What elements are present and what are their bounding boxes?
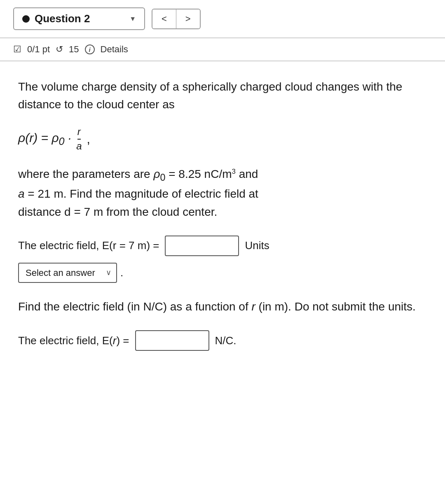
select-wrapper: Select an answer N/C V/m kN/C MN/C xyxy=(18,263,117,283)
formula-block: ρ(r) = ρ0 · r a , xyxy=(18,126,427,152)
params-line3: distance d = 7 m from the cloud center. xyxy=(18,205,217,218)
select-answer-dropdown[interactable]: Select an answer N/C V/m kN/C MN/C xyxy=(18,263,117,283)
formula-rho-r: ρ(r) = ρ0 · xyxy=(18,129,71,149)
score-icon: ☑ xyxy=(13,44,21,55)
header-bar: Question 2 ▼ < > xyxy=(0,0,445,38)
fraction-numerator: r xyxy=(77,126,81,140)
problem-intro-text: The volume charge density of a spherical… xyxy=(18,78,427,114)
formula-comma: , xyxy=(87,131,90,148)
field-answer-input-1[interactable] xyxy=(165,236,239,256)
field-label-1: The electric field, E(r = 7 m) = xyxy=(18,239,159,252)
question-label-box: Question 2 ▼ xyxy=(13,7,145,30)
score-text: 0/1 pt xyxy=(27,44,50,55)
details-link[interactable]: Details xyxy=(101,44,128,55)
question-title: Question 2 xyxy=(35,12,124,25)
select-row: Select an answer N/C V/m kN/C MN/C . xyxy=(18,263,427,283)
nav-next-button[interactable]: > xyxy=(176,9,200,28)
period-1: . xyxy=(120,266,123,279)
field-answer-input-2[interactable] xyxy=(135,330,209,351)
main-content: The volume charge density of a spherical… xyxy=(0,61,445,367)
score-info: ☑ 0/1 pt ↺ 15 i Details xyxy=(13,44,128,55)
params-text: where the parameters are ρ0 = 8.25 nC/m3… xyxy=(18,165,427,221)
page-container: Question 2 ▼ < > ☑ 0/1 pt ↺ 15 i Details… xyxy=(0,0,445,504)
field-label-2: The electric field, E(r) = xyxy=(18,334,129,347)
nav-buttons: < > xyxy=(152,9,201,29)
retries-count: 15 xyxy=(69,44,79,55)
dot-icon xyxy=(22,15,30,23)
dropdown-arrow-icon[interactable]: ▼ xyxy=(129,15,136,23)
nav-prev-button[interactable]: < xyxy=(152,9,176,28)
formula-inline: ρ(r) = ρ0 · r a , xyxy=(18,126,90,152)
retry-icon: ↺ xyxy=(56,44,63,55)
field-input-row-1: The electric field, E(r = 7 m) = Units xyxy=(18,236,427,256)
formula-fraction: r a xyxy=(76,126,82,152)
field-input-row-2: The electric field, E(r) = N/C. xyxy=(18,330,427,351)
params-line1: where the parameters are ρ0 = 8.25 nC/m3… xyxy=(18,168,258,180)
info-icon[interactable]: i xyxy=(85,44,95,54)
sub-header: ☑ 0/1 pt ↺ 15 i Details xyxy=(0,38,445,61)
second-part-text: Find the electric field (in N/C) as a fu… xyxy=(18,298,427,315)
nc-label: N/C. xyxy=(215,334,237,347)
units-label: Units xyxy=(245,239,269,252)
fraction-denominator: a xyxy=(76,140,82,152)
params-line2: a = 21 m. Find the magnitude of electric… xyxy=(18,187,258,200)
